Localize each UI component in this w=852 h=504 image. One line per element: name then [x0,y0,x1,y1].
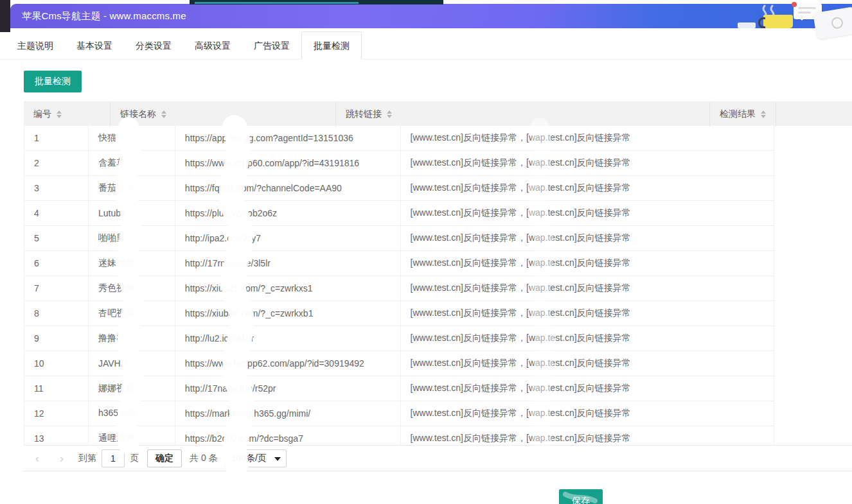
jump-url-cell: https://xiub30.com/?_c=zwrkxb1 [175,301,401,326]
page-size-select[interactable]: 100条/页 [224,449,287,467]
sort-icon[interactable] [387,110,392,118]
teal-accent-line [195,2,359,4]
sort-icon[interactable] [161,110,166,118]
table-row: 9 撸撸社 http://lu2.icu/41dr [www.test.cn]反… [24,326,774,351]
chevron-down-icon [274,457,281,461]
jump-url-cell: http://ipa2.co/r9zy7 [175,226,401,251]
table-row: 6 迷妹视频 http://17rmei.live/3l5lr [www.tes… [24,251,774,276]
link-name-cell: 撸撸社 [89,326,175,351]
link-name-cell: Lutube [89,201,175,226]
result-cell: [www.test.cn]反向链接异常，[wap.test.cn]反向链接异常 [401,151,774,176]
settings-tab[interactable]: 广告设置 [242,32,301,59]
jump-url-cell: https://www.hxcpp62.com/app/?id=30919492 [175,351,401,376]
notification-dot [792,2,797,7]
total-count-label: 共 0 条 [190,453,218,464]
link-name-cell: 番茄社区 [89,176,175,201]
page-size-value: 100条/页 [231,453,267,464]
settings-tab[interactable]: 基本设置 [65,32,124,59]
link-name-cell: 迷妹视频 [89,251,175,276]
sort-icon[interactable] [761,110,766,118]
settings-tab[interactable]: 高级设置 [183,32,242,59]
goto-page-label: 到第 [78,453,96,464]
jump-url-cell: http://17rmei.live/3l5lr [175,251,401,276]
result-cell: [www.test.cn]反向链接异常，[wap.test.cn]反向链接异常 [401,176,774,201]
row-id-cell: 4 [24,201,89,226]
pagination-bar: ‹ › 到第 页 确定 共 0 条 100条/页 [24,446,852,471]
row-id-cell: 9 [24,326,89,351]
row-id-cell: 1 [24,126,89,151]
settings-tab[interactable]: 主题说明 [6,32,65,59]
row-id-cell: 11 [24,376,89,401]
link-name-cell: 杏吧视频 [89,301,175,326]
jump-url-cell: https://app.hic.gg.com?agentId=13151036 [175,126,401,151]
row-id-cell: 10 [24,351,89,376]
jump-url-cell: https://marketing.h365.gg/mimi/ [175,401,401,426]
link-name-cell: JAVHD [89,351,175,376]
coffee-mug-icon [763,15,793,28]
table-row: 13 通哩通吧 https://b2d02.com/?dc=bsga7 [www… [24,426,774,446]
link-name-cell: h365游戏 [89,401,175,426]
row-id-cell: 8 [24,301,89,326]
jump-url-cell: http://17nana.fun/r52pr [175,376,401,401]
table-row: 5 啪啪里 http://ipa2.co/r9zy7 [www.test.cn]… [24,226,774,251]
prev-page-icon[interactable]: ‹ [32,450,42,467]
link-name-cell: 含羞草 [89,151,175,176]
table-body: 1 快猫 https://app.hic.gg.com?agentId=1315… [24,126,774,446]
table-header-cell: 跳转链接 [336,102,710,126]
row-id-cell: 2 [24,151,89,176]
table-header-cell: 检测结果 [710,102,776,126]
jump-url-cell: https://b2d02.com/?dc=bsga7 [175,426,401,446]
table-row: 7 秀色视频 https://xiu521.com/?_c=zwrkxs1 [w… [24,276,774,301]
result-cell: [www.test.cn]反向链接异常，[wap.test.cn]反向链接异常 [401,401,774,426]
result-cell: [www.test.cn]反向链接异常，[wap.test.cn]反向链接异常 [401,376,774,401]
result-cell: [www.test.cn]反向链接异常，[wap.test.cn]反向链接异常 [401,226,774,251]
result-cell: [www.test.cn]反向链接异常，[wap.test.cn]反向链接异常 [401,351,774,376]
link-name-cell: 娜娜视频 [89,376,175,401]
result-cell: [www.test.cn]反向链接异常，[wap.test.cn]反向链接异常 [401,276,774,301]
link-name-cell: 通哩通吧 [89,426,175,446]
sort-icon[interactable] [57,110,62,118]
jump-url-cell: https://www.xcpp60.com/app/?id=43191816 [175,151,401,176]
result-cell: [www.test.cn]反向链接异常，[wap.test.cn]反向链接异常 [401,251,774,276]
page-number-input[interactable] [102,449,125,467]
result-cell: [www.test.cn]反向链接异常，[wap.test.cn]反向链接异常 [401,201,774,226]
confirm-page-button[interactable]: 确定 [147,449,182,467]
table-header-cell: 编号 [24,102,111,126]
settings-tab[interactable]: 分类设置 [124,32,183,59]
result-cell: [www.test.cn]反向链接异常，[wap.test.cn]反向链接异常 [401,426,774,446]
panel-header: 苹果Cms导航主题 - www.maccms.me [10,4,852,28]
settings-tab[interactable]: 批量检测 [301,31,362,60]
window-edge-strip [0,0,10,32]
page-title: 苹果Cms导航主题 - www.maccms.me [22,4,186,28]
card-illustration [813,6,852,40]
row-id-cell: 5 [24,226,89,251]
batch-check-button[interactable]: 批量检测 [24,71,82,92]
save-button[interactable]: 保存 [559,489,603,504]
page-unit-label: 页 [130,453,139,464]
next-page-icon[interactable]: › [57,450,67,467]
settings-tabbar: 主题说明 基本设置 分类设置 高级设置 广告设置 批量检测 [0,32,852,60]
row-id-cell: 13 [24,426,89,446]
table-row: 11 娜娜视频 http://17nana.fun/r52pr [www.tes… [24,376,774,401]
table-row: 10 JAVHD https://www.hxcpp62.com/app/?id… [24,351,774,376]
jump-url-cell: https://fq201.com/?channelCode=AA90 [175,176,401,201]
paper-icon [738,22,756,28]
link-name-cell: 快猫 [89,126,175,151]
table-row: 2 含羞草 https://www.xcpp60.com/app/?id=431… [24,151,774,176]
result-cell: [www.test.cn]反向链接异常，[wap.test.cn]反向链接异常 [401,326,774,351]
table-row: 8 杏吧视频 https://xiub30.com/?_c=zwrkxb1 [w… [24,301,774,326]
jump-url-cell: http://lu2.icu/41dr [175,326,401,351]
link-name-cell: 啪啪里 [89,226,175,251]
link-name-cell: 秀色视频 [89,276,175,301]
table-row: 12 h365游戏 https://marketing.h365.gg/mimi… [24,401,774,426]
table-header-row: 编号 链接名称 跳转链接 检测结果 [24,101,852,126]
row-id-cell: 6 [24,251,89,276]
jump-url-cell: https://plu2.yz/kob2o6z [175,201,401,226]
row-id-cell: 12 [24,401,89,426]
row-id-cell: 7 [24,276,89,301]
row-id-cell: 3 [24,176,89,201]
table-row: 1 快猫 https://app.hic.gg.com?agentId=1315… [24,126,774,151]
jump-url-cell: https://xiu521.com/?_c=zwrkxs1 [175,276,401,301]
links-table: 编号 链接名称 跳转链接 检测结果 [24,101,852,446]
result-cell: [www.test.cn]反向链接异常，[wap.test.cn]反向链接异常 [401,301,774,326]
